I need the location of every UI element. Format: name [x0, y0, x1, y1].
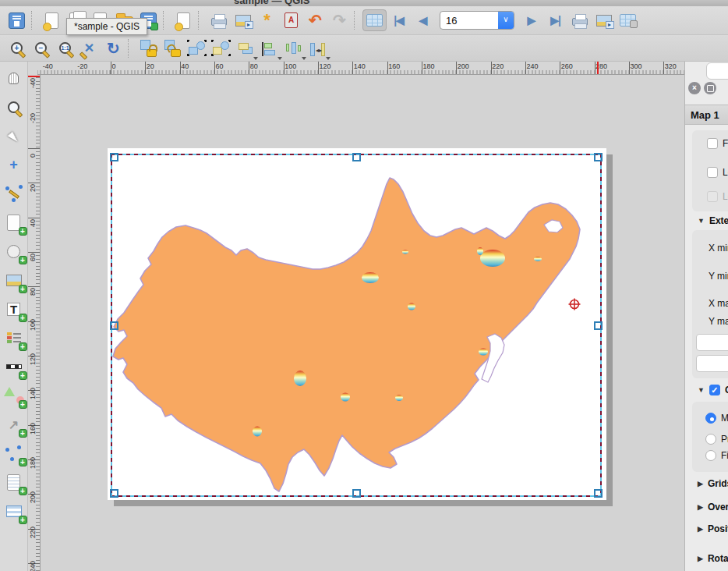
- fixed-radio[interactable]: [705, 450, 716, 461]
- window-title: sample — QGIS: [234, 0, 310, 6]
- cursor-icon: [7, 130, 20, 141]
- add-3d-map-button[interactable]: [2, 239, 26, 263]
- distribute-items-button[interactable]: [281, 37, 306, 59]
- group-icon: [189, 41, 205, 55]
- ruler-label: 240: [526, 62, 538, 70]
- last-feature-button[interactable]: ▶|: [543, 9, 567, 31]
- last-feature-icon: ▶|: [550, 14, 560, 27]
- add-node-item-button[interactable]: [2, 442, 26, 465]
- atlas-page-combo[interactable]: 16 ∨: [440, 11, 514, 30]
- export-image-button[interactable]: ▸: [231, 9, 255, 31]
- globe-icon: [7, 245, 20, 258]
- ungroup-items-button[interactable]: [209, 37, 233, 59]
- add-items-from-template-button[interactable]: [171, 9, 196, 31]
- y-max-input[interactable]: [696, 355, 728, 372]
- zoom-out-button[interactable]: −: [29, 37, 53, 59]
- add-table-button[interactable]: [2, 499, 26, 523]
- toolbar-separator: [163, 11, 169, 30]
- unlock-items-button[interactable]: [161, 37, 185, 59]
- resize-handle-ne[interactable]: [594, 153, 603, 161]
- layout-page[interactable]: [108, 148, 606, 500]
- move-content-button[interactable]: +: [2, 153, 26, 176]
- section-rotation[interactable]: ▶ Rotation: [698, 553, 728, 564]
- lock-layers-row[interactable]: Lock layers: [707, 167, 728, 178]
- redo-button[interactable]: ↷: [327, 9, 352, 31]
- add-legend-button[interactable]: [2, 326, 26, 349]
- add-map-button[interactable]: [2, 211, 26, 234]
- window-titlebar: sample — QGIS: [0, 0, 728, 6]
- resize-handle-s[interactable]: [352, 489, 361, 498]
- raise-items-button[interactable]: [233, 37, 257, 59]
- export-svg-button[interactable]: *: [255, 9, 279, 31]
- zoom-tool-button[interactable]: [2, 95, 26, 119]
- preview-atlas-button[interactable]: [362, 9, 387, 31]
- layout-canvas[interactable]: [41, 75, 684, 571]
- predefined-radio[interactable]: [705, 434, 716, 445]
- atlas-checkbox[interactable]: ✓: [709, 385, 720, 395]
- predefined-row[interactable]: Predefined scale (best fit): [705, 434, 728, 445]
- section-position[interactable]: ▶ Position and size: [698, 523, 728, 534]
- section-overviews[interactable]: ▶ Overviews: [698, 502, 728, 512]
- ruler-label: 180: [29, 457, 37, 469]
- add-shape-button[interactable]: [2, 384, 26, 407]
- follow-theme-checkbox[interactable]: [707, 138, 718, 149]
- next-feature-button[interactable]: ▶: [519, 9, 543, 31]
- table-icon: [6, 505, 22, 517]
- zoom-in-button[interactable]: +: [5, 37, 29, 59]
- resize-handle-n[interactable]: [352, 153, 361, 161]
- previous-feature-button[interactable]: ◀: [411, 9, 435, 31]
- save-project-button[interactable]: [5, 9, 29, 31]
- resize-handle-w[interactable]: [110, 321, 118, 330]
- export-atlas-button[interactable]: ▸: [592, 9, 616, 31]
- export-badge-icon: ▸: [245, 21, 253, 29]
- print-atlas-button[interactable]: [567, 9, 592, 31]
- cursor-position-marker: [28, 76, 41, 77]
- hand-icon: [9, 73, 19, 84]
- fixed-row[interactable]: Fixed scale: [705, 450, 728, 461]
- undo-button[interactable]: ↶: [303, 9, 327, 31]
- add-arrow-button[interactable]: ↗: [2, 413, 26, 436]
- ruler-label: 20: [29, 184, 37, 192]
- align-items-button[interactable]: [257, 37, 281, 59]
- resize-handle-nw[interactable]: [110, 153, 118, 161]
- section-grids[interactable]: ▶ Grids: [698, 478, 728, 489]
- ruler-label: 20: [147, 62, 154, 70]
- chevron-down-icon[interactable]: ∨: [498, 12, 514, 29]
- pan-tool-button[interactable]: [2, 66, 26, 90]
- x-max-input[interactable]: [696, 334, 728, 351]
- resize-items-button[interactable]: ◂▸: [306, 37, 330, 59]
- zoom-full-button[interactable]: ✕: [77, 37, 101, 59]
- ruler-label: 0: [29, 154, 37, 158]
- margin-row[interactable]: Margin around feature: [705, 413, 728, 424]
- edit-nodes-button[interactable]: [2, 182, 26, 205]
- ruler-label: 100: [284, 62, 296, 70]
- add-picture-button[interactable]: [2, 268, 26, 292]
- float-panel-icon[interactable]: [704, 82, 716, 94]
- group-items-button[interactable]: [185, 37, 209, 59]
- ruler-label: 160: [29, 423, 37, 434]
- lock-items-button[interactable]: [136, 37, 161, 59]
- resize-handle-sw[interactable]: [110, 489, 118, 498]
- select-item-button[interactable]: [2, 124, 26, 147]
- add-html-button[interactable]: [2, 470, 26, 494]
- resize-handle-se[interactable]: [594, 489, 603, 498]
- add-label-button[interactable]: T: [2, 297, 26, 321]
- print-layout-button[interactable]: [207, 9, 231, 31]
- atlas-settings-button[interactable]: [616, 9, 640, 31]
- first-feature-button[interactable]: |◀: [387, 9, 411, 31]
- resize-handle-e[interactable]: [594, 321, 603, 330]
- follow-theme-row[interactable]: Follow map theme: [707, 138, 728, 149]
- lock-layers-checkbox[interactable]: [707, 167, 718, 178]
- margin-radio[interactable]: [705, 413, 716, 424]
- close-icon[interactable]: ×: [688, 82, 701, 94]
- add-scalebar-button[interactable]: [2, 355, 26, 378]
- section-atlas[interactable]: ▼ ✓ Controlled by atlas: [698, 385, 728, 395]
- ruler-label: 220: [492, 62, 504, 70]
- export-pdf-button[interactable]: A: [279, 9, 303, 31]
- refresh-view-button[interactable]: ↻: [101, 37, 125, 59]
- zoom-actual-button[interactable]: 1:1: [53, 37, 77, 59]
- ruler-label: 120: [319, 62, 330, 70]
- section-extents[interactable]: ▼ Extents: [698, 215, 728, 226]
- svg-icon: *: [263, 13, 270, 27]
- new-layout-button[interactable]: [40, 9, 64, 31]
